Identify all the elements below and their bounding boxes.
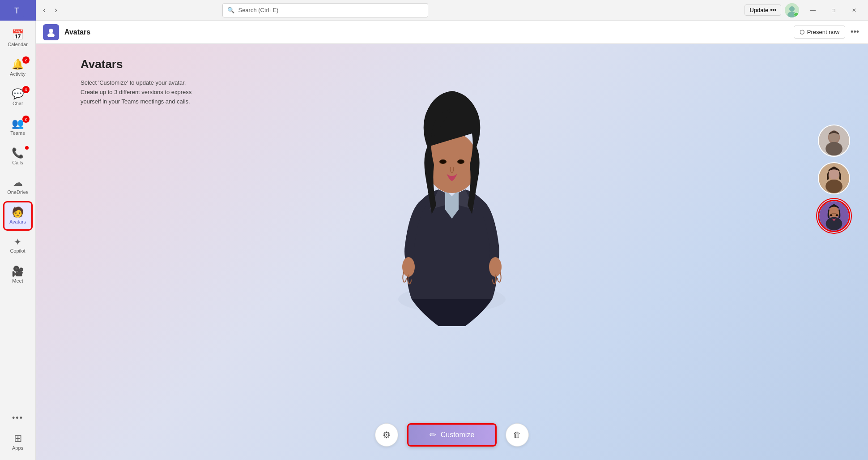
chat-badge: 4 <box>22 86 30 93</box>
teams-badge: 2 <box>22 116 30 123</box>
nav-controls: ‹ › <box>36 3 64 17</box>
svg-point-23 <box>829 168 839 180</box>
teams-icon: 👥 <box>12 119 24 129</box>
settings-icon: ⚙ <box>383 430 391 440</box>
calls-badge <box>25 146 29 150</box>
teams-logo: T <box>0 0 36 21</box>
page-title: Avatars <box>64 28 90 36</box>
svg-point-29 <box>836 214 838 216</box>
svg-point-26 <box>826 217 842 230</box>
sidebar-item-meet[interactable]: 🎥 Meet <box>4 261 32 289</box>
svg-point-3 <box>789 6 795 12</box>
avatars-title: Avatars <box>81 57 191 71</box>
avatar-thumb-inner-3 <box>819 201 849 231</box>
sidebar-item-activity[interactable]: 🔔 Activity 2 <box>4 54 32 82</box>
activity-icon: 🔔 <box>12 60 24 69</box>
svg-point-14 <box>402 257 415 277</box>
minimize-button[interactable]: — <box>803 0 823 21</box>
delete-icon: 🗑 <box>513 430 521 440</box>
pencil-icon: ✏ <box>430 430 436 440</box>
svg-point-28 <box>830 214 833 216</box>
svg-text:T: T <box>14 6 19 15</box>
sidebar: 📅 Calendar 🔔 Activity 2 💬 Chat 4 👥 Teams… <box>0 21 36 460</box>
sidebar-item-apps[interactable]: ⊞ Apps <box>4 428 32 456</box>
svg-point-18 <box>825 142 842 155</box>
sidebar-item-label: Avatars <box>9 219 26 224</box>
sidebar-item-label: Activity <box>10 71 26 77</box>
nav-forward-button[interactable]: › <box>51 3 61 17</box>
bottom-controls: ⚙ ✏ Customize 🗑 <box>375 423 529 447</box>
avatar-thumbnail-1[interactable] <box>818 125 850 157</box>
sidebar-item-avatars[interactable]: 🧑 Avatars <box>4 202 32 230</box>
sidebar-item-onedrive[interactable]: ☁ OneDrive <box>4 172 32 201</box>
avatar-thumb-inner-1 <box>819 125 849 156</box>
sidebar-item-label: Calendar <box>8 42 28 47</box>
sidebar-item-teams[interactable]: 👥 Teams 2 <box>4 113 32 142</box>
customize-label: Customize <box>441 431 475 439</box>
avatars-icon: 🧑 <box>12 207 24 217</box>
sidebar-item-calendar[interactable]: 📅 Calendar <box>4 24 32 53</box>
update-dots: ••• <box>770 7 776 13</box>
meet-icon: 🎥 <box>12 267 24 276</box>
customize-button[interactable]: ✏ Customize <box>407 423 497 447</box>
activity-badge: 2 <box>22 56 30 64</box>
avatar-svg <box>376 75 528 326</box>
svg-point-5 <box>49 29 53 33</box>
sidebar-item-label: Apps <box>12 445 23 451</box>
search-bar[interactable]: 🔍 Search (Ctrl+E) <box>222 3 428 17</box>
update-button[interactable]: Update ••• <box>745 4 781 16</box>
sidebar-item-label: OneDrive <box>7 189 28 195</box>
apps-icon: ⊞ <box>14 434 22 443</box>
avatar-thumb-inner-2 <box>819 163 849 193</box>
sidebar-more-button[interactable]: ••• <box>4 409 32 427</box>
delete-button[interactable]: 🗑 <box>506 423 529 447</box>
app-icon <box>43 24 59 40</box>
sidebar-item-label: Meet <box>12 278 23 284</box>
avatars-desc-line1: Select 'Customize' to update your avatar… <box>81 78 191 88</box>
search-icon: 🔍 <box>227 7 234 13</box>
header-right: ⬡ Present now ••• <box>794 26 861 39</box>
sidebar-item-calls[interactable]: 📞 Calls <box>4 142 32 171</box>
avatars-desc-line2: Create up to 3 different versions to exp… <box>81 88 191 97</box>
present-now-button[interactable]: ⬡ Present now <box>794 26 845 39</box>
update-label: Update <box>749 7 768 13</box>
avatar-description: Avatars Select 'Customize' to update you… <box>81 57 191 106</box>
svg-point-13 <box>458 160 464 163</box>
avatar-figure <box>362 57 541 326</box>
sidebar-item-label: Teams <box>10 130 25 136</box>
svg-point-22 <box>825 180 842 193</box>
window-controls: — □ ✕ <box>803 0 864 21</box>
chat-icon: 💬 <box>12 89 24 99</box>
calendar-icon: 📅 <box>12 30 24 40</box>
sidebar-item-copilot[interactable]: ✦ Copilot <box>4 231 32 260</box>
onedrive-icon: ☁ <box>13 178 23 188</box>
sidebar-item-label: Calls <box>12 160 23 165</box>
sidebar-item-label: Chat <box>13 101 23 106</box>
user-avatar-button[interactable] <box>785 3 799 17</box>
copilot-icon: ✦ <box>14 237 21 246</box>
svg-point-6 <box>47 33 55 37</box>
sidebar-item-label: Copilot <box>10 248 25 254</box>
avatar-thumbnail-2[interactable] <box>818 162 850 194</box>
nav-back-button[interactable]: ‹ <box>39 3 49 17</box>
svg-point-12 <box>440 160 446 163</box>
present-icon: ⬡ <box>800 29 804 35</box>
avatars-desc-line3: yourself in your Teams meetings and call… <box>81 97 191 107</box>
titlebar: T ‹ › 🔍 Search (Ctrl+E) Update ••• — □ ✕ <box>0 0 868 21</box>
app-header: Avatars ⬡ Present now ••• <box>36 21 868 44</box>
avatar-thumbnail-3[interactable] <box>818 200 850 232</box>
settings-button[interactable]: ⚙ <box>375 423 398 447</box>
titlebar-right: Update ••• — □ ✕ <box>745 0 868 21</box>
main-content: Avatars Select 'Customize' to update you… <box>36 44 868 460</box>
header-more-button[interactable]: ••• <box>849 26 861 39</box>
maximize-button[interactable]: □ <box>823 0 844 21</box>
sidebar-item-chat[interactable]: 💬 Chat 4 <box>4 83 32 112</box>
close-button[interactable]: ✕ <box>844 0 864 21</box>
present-now-label: Present now <box>807 29 839 35</box>
avatar-thumbnails-panel <box>818 125 850 232</box>
svg-point-15 <box>489 257 502 277</box>
calls-icon: 📞 <box>12 148 24 158</box>
search-placeholder: Search (Ctrl+E) <box>238 7 278 13</box>
